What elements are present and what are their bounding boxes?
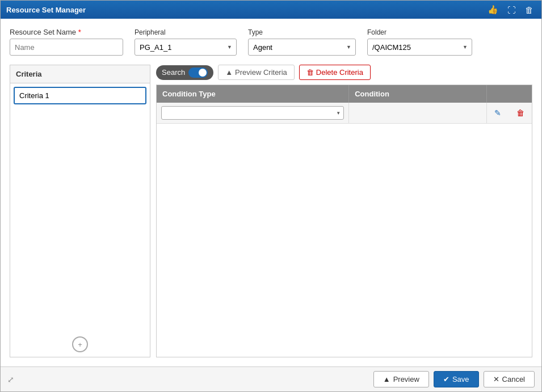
resource-set-name-group: Resource Set Name * [10,28,123,56]
edit-action-cell: ✎ [486,103,509,124]
toolbar: Search ▲ Preview Criteria 🗑 Delete Crite… [156,65,532,80]
peripheral-select[interactable]: PG_A1_1 [135,39,237,56]
thumb-icon[interactable]: 👍 [485,3,501,16]
condition-cell [349,103,486,124]
criteria-table: Condition Type Condition [157,85,532,124]
main-content: Resource Set Name * Peripheral PG_A1_1 T… [1,19,541,366]
preview-criteria-icon: ▲ [225,68,233,77]
fullscreen-icon[interactable]: ⛶ [505,3,518,16]
footer-buttons: ▲ Preview ✔ Save ✕ Cancel [373,371,535,387]
save-button[interactable]: ✔ Save [434,371,479,387]
type-select-wrapper: Agent [248,39,356,56]
table-row: ✎ 🗑 [157,103,532,124]
cancel-button[interactable]: ✕ Cancel [484,371,535,387]
delete-criteria-icon: 🗑 [306,68,314,77]
cancel-icon: ✕ [493,375,499,383]
main-area: Criteria Criteria 1 + Search [10,65,532,357]
title-bar: Resource Set Manager 👍 ⛶ 🗑 [1,1,541,19]
condition-type-cell [157,103,349,124]
row-delete-icon[interactable]: 🗑 [515,107,526,119]
folder-select-wrapper: /QAICM125 [367,39,472,56]
expand-icon[interactable]: ⤢ [7,375,14,384]
preview-button-icon: ▲ [383,375,390,383]
type-label: Type [248,28,356,36]
delete-criteria-button[interactable]: 🗑 Delete Criteria [299,65,371,80]
preview-criteria-button[interactable]: ▲ Preview Criteria [218,65,295,80]
preview-button[interactable]: ▲ Preview [373,371,429,387]
peripheral-select-wrapper: PG_A1_1 [135,39,237,56]
save-icon: ✔ [443,375,449,383]
peripheral-group: Peripheral PG_A1_1 [135,28,237,56]
add-criteria-button[interactable]: + [72,336,88,352]
app-title: Resource Set Manager [6,6,86,14]
toggle-knob [199,69,207,77]
title-bar-controls: 👍 ⛶ 🗑 [485,3,536,16]
condition-type-select[interactable] [161,106,344,120]
peripheral-label: Peripheral [135,28,237,36]
resource-set-name-label: Resource Set Name * [10,28,123,36]
type-select[interactable]: Agent [248,39,356,56]
footer-bar: ⤢ ▲ Preview ✔ Save ✕ Cancel [1,366,541,391]
criteria-list: Criteria 1 [10,83,150,332]
table-body: ✎ 🗑 [157,103,532,124]
criteria-item[interactable]: Criteria 1 [14,87,146,104]
table-header: Condition Type Condition [157,85,532,103]
search-toggle[interactable]: Search [156,65,213,80]
col-condition-type: Condition Type [157,85,349,103]
col-action-edit [486,85,509,103]
search-label: Search [162,68,185,77]
add-criteria-area: + [10,332,150,357]
col-condition: Condition [349,85,486,103]
table-container: Condition Type Condition [156,85,532,357]
table-header-row: Condition Type Condition [157,85,532,103]
preview-button-label: Preview [393,375,419,383]
main-window: Resource Set Manager 👍 ⛶ 🗑 Resource Set … [0,0,542,392]
cancel-label: Cancel [502,375,525,383]
plus-icon: + [78,341,82,348]
preview-criteria-label: Preview Criteria [235,68,287,77]
folder-select[interactable]: /QAICM125 [367,39,472,56]
folder-label: Folder [367,28,472,36]
row-edit-icon[interactable]: ✎ [493,107,502,119]
resource-set-name-input[interactable] [10,39,123,56]
criteria-header: Criteria [10,65,150,83]
delete-criteria-label: Delete Criteria [316,68,363,77]
col-action-delete [509,85,532,103]
folder-group: Folder /QAICM125 [367,28,472,56]
required-marker: * [76,28,81,36]
delete-action-cell: 🗑 [509,103,532,124]
form-row: Resource Set Name * Peripheral PG_A1_1 T… [10,28,532,56]
close-icon[interactable]: 🗑 [523,3,536,16]
type-group: Type Agent [248,28,356,56]
criteria-panel: Criteria Criteria 1 + [10,65,150,357]
condition-type-select-wrapper [161,106,344,120]
right-panel: Search ▲ Preview Criteria 🗑 Delete Crite… [156,65,532,357]
search-toggle-switch[interactable] [188,68,208,78]
save-label: Save [452,375,469,383]
